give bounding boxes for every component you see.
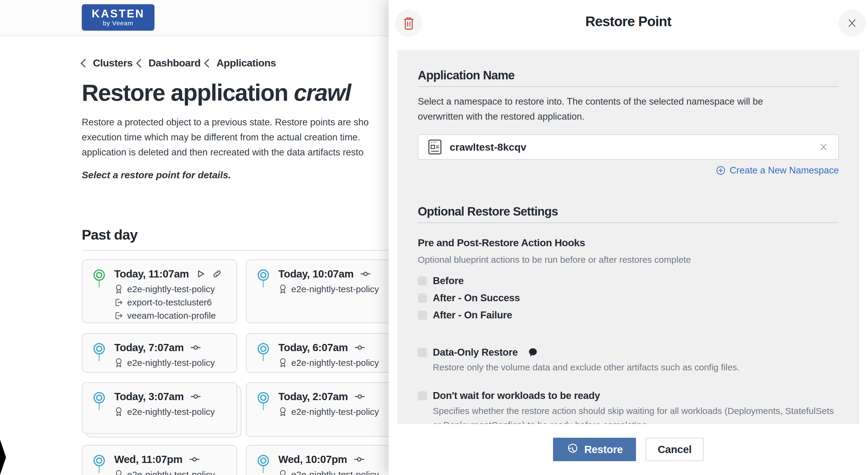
restore-point-card[interactable]: Today, 11:07am e2e-nightly-test-polic — [82, 260, 237, 323]
clear-namespace-button[interactable] — [818, 142, 829, 152]
card-body: Wed, 10:07pm e2e-nightly-test-policy — [278, 453, 379, 475]
dont-wait-label: Don't wait for workloads to be ready — [433, 390, 600, 402]
chevron-left-icon — [136, 59, 145, 68]
after-success-checkbox[interactable] — [418, 293, 427, 303]
policy-ribbon-icon — [114, 470, 123, 475]
dont-wait-checkbox[interactable] — [418, 391, 427, 400]
card-body: Today, 10:07am e2e-nightly-test-policy — [278, 268, 379, 317]
breadcrumb-applications[interactable]: Applications — [205, 57, 276, 69]
policy-ribbon-icon — [278, 407, 287, 417]
select-restore-point-hint: Select a restore point for details. — [82, 170, 391, 181]
close-icon — [846, 17, 858, 29]
snapshot-only-icon — [190, 343, 201, 353]
description-line: application is deleted and then recreate… — [82, 145, 391, 160]
hook-option-after-failure[interactable]: After - On Failure — [418, 309, 839, 321]
restore-point-pin-icon — [93, 268, 106, 288]
policy-ribbon-icon — [114, 358, 123, 368]
past-day-heading: Past day — [82, 227, 391, 243]
description-line: execution time which may be different fr… — [82, 130, 391, 145]
data-only-restore-description: Restore only the volume data and exclude… — [433, 360, 839, 374]
before-checkbox[interactable] — [418, 276, 427, 286]
restore-point-card[interactable]: Wed, 11:07pm e2e-nightly-test-policy — [82, 445, 237, 475]
restore-point-card[interactable]: Today, 6:07am e2e-nightly-test-policy — [246, 333, 401, 373]
card-body: Today, 3:07am e2e-nightly-test-policy — [114, 390, 215, 427]
kasten-logo[interactable]: KASTEN by Veeam — [82, 4, 154, 31]
restore-point-pin-icon — [257, 454, 270, 474]
card-body: Wed, 11:07pm e2e-nightly-test-policy — [114, 453, 215, 475]
selected-namespace-value: crawltest-8kcqv — [450, 141, 526, 153]
run-restore-icon[interactable] — [196, 269, 205, 279]
link-icon[interactable] — [212, 269, 222, 279]
policy-row: e2e-nightly-test-policy — [114, 284, 222, 294]
breadcrumb-clusters[interactable]: Clusters — [82, 57, 132, 69]
logo-title: KASTEN — [92, 8, 145, 20]
past-day-divider — [82, 250, 391, 251]
restore-point-time: Today, 11:07am — [114, 268, 189, 280]
restore-point-time: Today, 3:07am — [114, 390, 184, 403]
modal-footer: Restore Cancel — [389, 424, 868, 475]
restore-point-time: Today, 6:07am — [278, 342, 348, 354]
description-line: Restore a protected object to a previous… — [82, 115, 391, 130]
restore-point-time: Wed, 11:07pm — [114, 453, 182, 465]
snapshot-only-icon — [190, 391, 201, 402]
namespace-select-input[interactable]: crawltest-8kcqv — [418, 135, 839, 160]
policy-row: e2e-nightly-test-policy — [278, 407, 379, 417]
cancel-button[interactable]: Cancel — [646, 438, 704, 461]
export-profile: veeam-location-profile — [127, 310, 216, 321]
data-only-restore-label: Data-Only Restore — [433, 347, 518, 358]
restore-point-card[interactable]: Wed, 10:07pm e2e-nightly-test-policy — [246, 445, 401, 475]
page-title-app-name: crawl — [294, 79, 351, 106]
card-body: Today, 7:07am e2e-nightly-test-policy — [114, 342, 215, 366]
after-failure-checkbox[interactable] — [418, 310, 427, 320]
breadcrumb-dashboard[interactable]: Dashboard — [137, 57, 200, 69]
create-new-namespace-link[interactable]: Create a New Namespace — [418, 165, 839, 176]
policy-name: e2e-nightly-test-policy — [127, 470, 215, 475]
page-title: Restore application crawl — [82, 79, 391, 107]
section-divider — [418, 86, 839, 87]
snapshot-only-icon — [360, 269, 371, 279]
policy-name: e2e-nightly-test-policy — [127, 407, 215, 417]
breadcrumb-label: Applications — [216, 57, 276, 69]
restore-point-time: Wed, 10:07pm — [278, 453, 347, 465]
modal-header: Restore Point — [389, 0, 868, 50]
page-content: Clusters Dashboard Applications Restore … — [82, 57, 391, 253]
checkbox-label: Before — [433, 275, 464, 287]
restore-button[interactable]: Restore — [553, 438, 636, 461]
card-body: Today, 6:07am e2e-nightly-test-policy — [278, 342, 379, 366]
export-row: veeam-location-profile — [114, 310, 222, 321]
restore-point-card[interactable]: Today, 2:07am e2e-nightly-test-policy — [246, 382, 401, 437]
hooks-description: Optional blueprint actions to be run bef… — [418, 253, 839, 267]
restore-point-card[interactable]: Today, 7:07am e2e-nightly-test-policy — [82, 333, 237, 373]
policy-name: e2e-nightly-test-policy — [291, 470, 379, 475]
close-modal-button[interactable] — [839, 10, 866, 37]
restore-point-pin-icon — [257, 391, 270, 411]
restore-point-card[interactable]: Today, 3:07am e2e-nightly-test-policy — [82, 382, 237, 434]
policy-row: e2e-nightly-test-policy — [278, 358, 379, 368]
policy-ribbon-icon — [278, 358, 287, 368]
policy-row: e2e-nightly-test-policy — [114, 470, 215, 475]
comment-bubble-icon[interactable] — [528, 347, 538, 357]
checkbox-label: After - On Success — [433, 292, 520, 304]
checkbox-label: After - On Failure — [433, 309, 512, 321]
dont-wait-description: Specifies whether the restore action sho… — [433, 404, 839, 424]
clear-icon — [818, 142, 829, 152]
breadcrumb-label: Dashboard — [149, 57, 200, 69]
restore-button-label: Restore — [584, 443, 623, 455]
modal-body: Application Name Select a namespace to r… — [397, 50, 859, 424]
snapshot-only-icon — [354, 391, 365, 402]
hook-option-before[interactable]: Before — [418, 275, 839, 287]
snapshot-only-icon — [189, 454, 200, 465]
plus-circle-icon — [716, 166, 725, 175]
mouse-cursor — [0, 440, 6, 475]
chevron-left-icon — [81, 59, 90, 68]
policy-row: e2e-nightly-test-policy — [114, 407, 215, 417]
hook-option-after-success[interactable]: After - On Success — [418, 292, 839, 304]
policy-name: e2e-nightly-test-policy — [127, 358, 215, 368]
data-only-restore-checkbox[interactable] — [418, 348, 427, 357]
restore-point-card[interactable]: Today, 10:07am e2e-nightly-test-policy — [246, 260, 401, 323]
card-body: Today, 2:07am e2e-nightly-test-policy — [278, 390, 379, 430]
restore-point-time: Today, 7:07am — [114, 342, 184, 354]
policy-row: e2e-nightly-test-policy — [114, 358, 215, 368]
restore-point-time: Today, 2:07am — [278, 390, 348, 403]
policy-ribbon-icon — [278, 284, 287, 294]
